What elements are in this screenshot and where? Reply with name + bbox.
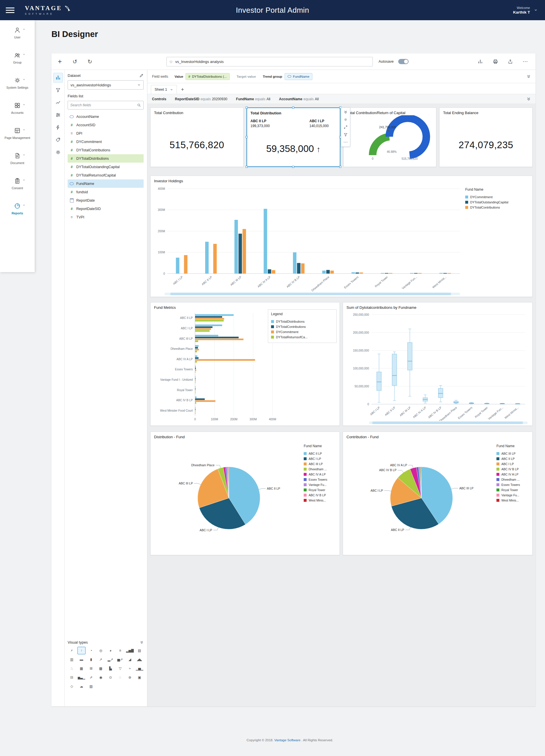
horizontal-scrollbar[interactable] [164, 293, 460, 295]
legend-item[interactable]: Essex Towers [496, 482, 530, 487]
legend-item[interactable]: DYCommitment [271, 329, 334, 335]
visual-type-custom-visual-icon[interactable]: ▣ [135, 674, 144, 681]
visual-type-stacked-combo-icon[interactable]: ▅↗ [116, 656, 124, 663]
visual-type-pivot-table-icon[interactable]: ⊞ [87, 665, 95, 672]
filter-icon[interactable] [342, 131, 350, 138]
rail-parameters-icon[interactable] [53, 110, 63, 120]
legend-item[interactable]: DYTotalContributions [271, 324, 334, 329]
visual-type-pie-icon[interactable]: ◕ [106, 647, 115, 654]
visual-type-donut-icon[interactable]: ◎ [97, 647, 105, 654]
visual-type-vertical-bar-icon[interactable]: ▂▅▇ [126, 647, 134, 654]
sidebar-item-system-settings[interactable]: System Settings [0, 73, 35, 99]
sidebar-item-group[interactable]: Group [0, 48, 35, 73]
control-AccountName[interactable]: AccountNameequalsAll [279, 97, 319, 101]
legend-item[interactable]: ABC IV B LP [496, 467, 530, 472]
kpi-total-contribution[interactable]: Total Contribution 515,766,820 [150, 107, 243, 167]
field-item-fundsid[interactable]: fundsid [68, 188, 144, 196]
more-options-icon[interactable]: ⋯ [522, 58, 529, 65]
legend-item[interactable]: ABC IV A LP [304, 472, 337, 477]
visual-type-stacked-horizontal-bar-icon[interactable]: ▤ [135, 647, 144, 654]
kpi-gauge-contribution-return[interactable]: Total Contribution/Return of Capital 241… [343, 107, 437, 167]
visual-type-sankey-icon[interactable]: ≈ [126, 665, 134, 672]
legend-item[interactable]: ABC IV B LP [304, 493, 337, 498]
legend-item[interactable]: Essex Towers [304, 477, 337, 482]
field-item-DYCommitment[interactable]: DYCommitment [68, 138, 144, 146]
collapse-double-chevron-icon[interactable] [527, 74, 531, 79]
sidebar-item-reports[interactable]: Reports [0, 199, 35, 224]
legend-item[interactable]: ABC III LP [496, 451, 530, 456]
autosave-toggle[interactable] [398, 59, 409, 64]
sidebar-item-consent[interactable]: Consent [0, 174, 35, 199]
visualize-chart-icon[interactable] [477, 58, 484, 65]
dataset-select[interactable]: vs_awsInvestorHoldings [68, 80, 144, 90]
field-item-DYTotalOutstandingCapital[interactable]: DYTotalOutstandingCapital [68, 163, 144, 171]
visual-type-waterfall-icon[interactable]: ▅▃▁ [77, 674, 86, 681]
legend-item[interactable]: Dheedham ... [304, 467, 337, 472]
horizontal-scrollbar[interactable] [369, 421, 528, 424]
scrollbar-thumb[interactable] [170, 293, 451, 295]
legend-item[interactable]: ABC IV A LP [496, 472, 530, 477]
visual-contributions-box-plot[interactable]: Sum of Dytotalcontributions by Fundname … [343, 302, 533, 426]
menu-ellipsis-icon[interactable]: ⋯ [342, 138, 350, 146]
legend-item[interactable]: ABC II LP [496, 456, 530, 461]
visual-type-clustered-combo-icon[interactable]: ▂↗ [106, 656, 115, 663]
legend-item[interactable]: DYCommitment [465, 194, 529, 200]
print-icon[interactable] [492, 58, 499, 65]
field-item-FundName[interactable]: FundName [68, 179, 144, 188]
visual-type-gauge-icon[interactable]: ◔ [87, 647, 95, 654]
visual-type-histogram-icon[interactable]: ▁▅▁ [135, 665, 144, 672]
visual-investor-holdings[interactable]: Investor Holdings 0100M200M300M400MABC I… [150, 176, 533, 297]
legend-item[interactable]: Royal Tower [304, 487, 337, 493]
contributions-box-plot-chart[interactable]: 050,000,000100,000,000150,000,000200,000… [345, 311, 529, 421]
collapse-double-chevron-icon[interactable] [527, 97, 531, 101]
expand-icon[interactable] [342, 123, 350, 131]
visual-type-heat-map-icon[interactable]: ▦ [77, 665, 86, 672]
visual-type-filled-map-icon[interactable]: ◉ [97, 674, 105, 681]
field-item-AccountSID[interactable]: AccountSID [68, 121, 144, 129]
legend-item[interactable]: Vantage Fu... [304, 482, 337, 487]
sidebar-item-page-management[interactable]: Page Management [0, 124, 35, 149]
settings-gear-icon[interactable] [342, 116, 350, 123]
visual-type-stacked-100-vertical-bar-icon[interactable]: ▮ [87, 656, 95, 663]
user-menu[interactable]: Welcome Karthik T [513, 6, 530, 14]
visual-type-scatter-icon[interactable]: ∴ [68, 665, 76, 672]
legend-item[interactable]: ABC II LP [304, 451, 337, 456]
search-fields-input[interactable] [70, 103, 137, 107]
kpi-total-ending-balance[interactable]: Total Ending Balance 274,079,235 [439, 107, 533, 167]
sidebar-item-accounts[interactable]: Accounts [0, 99, 35, 124]
rail-filter-icon[interactable] [53, 85, 63, 95]
menu-icon[interactable] [6, 8, 14, 13]
visual-type-forecast-icon[interactable]: ⇗ [87, 674, 95, 681]
field-item-AccountName[interactable]: AccountName [68, 112, 144, 121]
field-well-trend-group[interactable]: Trend groupFundName [263, 73, 313, 80]
collapse-double-chevron-icon[interactable] [140, 640, 144, 644]
collapse-double-chevron-icon[interactable] [342, 108, 350, 116]
visual-type-stacked-100-horizontal-bar-icon[interactable]: ▬ [77, 656, 86, 663]
distribution-pie-chart[interactable]: ABC II LPABC I LPABC III LPDheedham Plac… [151, 439, 303, 553]
visual-fund-metrics[interactable]: Fund Metrics 0100M200M300M400MABC II LPA… [150, 302, 340, 426]
visual-type-line-icon[interactable]: ↗ [97, 656, 105, 663]
add-sheet-button[interactable]: + [180, 85, 185, 94]
legend-item[interactable]: Royal Tower [496, 487, 530, 493]
sidebar-item-document[interactable]: Document [0, 149, 35, 174]
legend-item[interactable]: Vantage Fu... [496, 493, 530, 498]
visual-contribution-fund-pie[interactable]: Contribution - Fund ABC III LPABC II LPA… [343, 432, 533, 555]
field-pill[interactable]: DYTotalDistributions (... [185, 73, 230, 80]
field-pill[interactable]: FundName [285, 73, 313, 80]
visual-type-autograph-icon[interactable]: ⚡ [68, 647, 76, 654]
contribution-pie-chart[interactable]: ABC III LPABC II LPABC I LPABC IV B LPAB… [344, 439, 496, 553]
chevron-down-icon[interactable] [534, 8, 537, 12]
visual-type-table-icon[interactable]: ▩ [97, 665, 105, 672]
add-visual-button[interactable]: + [56, 58, 64, 65]
analysis-name-input[interactable] [175, 60, 370, 64]
share-export-icon[interactable] [507, 58, 514, 65]
rail-actions-icon[interactable] [53, 122, 63, 132]
rail-themes-icon[interactable] [53, 135, 63, 145]
tab-sheet-1[interactable]: Sheet 1 [151, 85, 177, 94]
visual-type-tree-map-icon[interactable]: ▙ [106, 665, 115, 672]
legend-item[interactable]: DYTotalOutstandingCapital [465, 200, 529, 205]
edit-pencil-icon[interactable] [139, 73, 144, 78]
visual-type-funnel-icon[interactable]: ▽ [116, 665, 124, 672]
sidebar-item-user[interactable]: User [0, 23, 35, 48]
visual-type-points-on-map-icon[interactable]: ⊙ [106, 674, 115, 681]
